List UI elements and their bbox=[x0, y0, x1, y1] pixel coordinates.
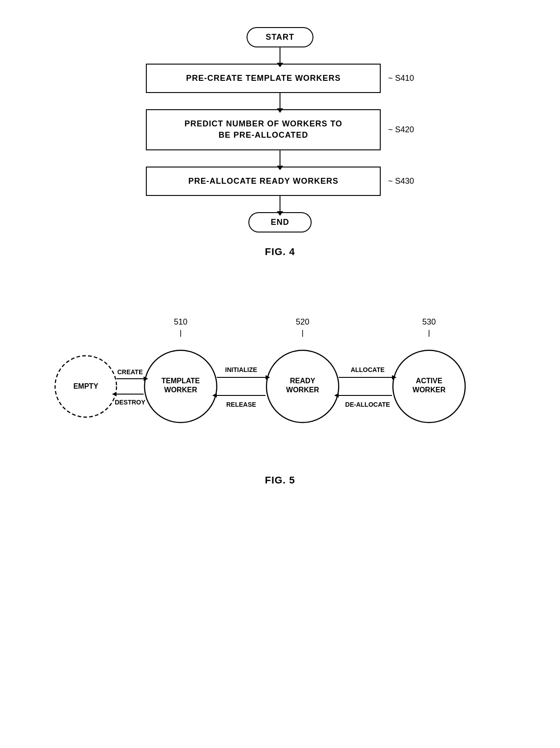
step-s430-wrapper: PRE-ALLOCATE READY WORKERS ~ S430 bbox=[146, 167, 414, 196]
arrow-3 bbox=[280, 150, 280, 167]
svg-text:510: 510 bbox=[174, 317, 187, 326]
arrows-svg: CREATE DESTROY INITIALIZE RELEASE bbox=[41, 303, 519, 456]
arrow-4 bbox=[280, 196, 280, 212]
step-s410-wrapper: PRE-CREATE TEMPLATE WORKERS ~ S410 bbox=[146, 64, 414, 93]
fig4-caption: FIG. 4 bbox=[265, 246, 295, 258]
svg-text:TEMPLATE: TEMPLATE bbox=[161, 377, 200, 385]
step-s410-label: ~ S410 bbox=[388, 74, 414, 83]
svg-text:READY: READY bbox=[290, 377, 315, 385]
step-s430: PRE-ALLOCATE READY WORKERS bbox=[146, 167, 381, 196]
step-s430-label: ~ S430 bbox=[388, 177, 414, 186]
step-s420: PREDICT NUMBER OF WORKERS TOBE PRE-ALLOC… bbox=[146, 109, 381, 150]
flowchart: START PRE-CREATE TEMPLATE WORKERS ~ S410… bbox=[146, 27, 414, 232]
svg-text:WORKER: WORKER bbox=[413, 386, 446, 394]
step-s420-wrapper: PREDICT NUMBER OF WORKERS TOBE PRE-ALLOC… bbox=[146, 109, 414, 150]
fig5-container: CREATE DESTROY INITIALIZE RELEASE bbox=[27, 294, 533, 486]
fig5-caption: FIG. 5 bbox=[265, 474, 295, 486]
page-container: START PRE-CREATE TEMPLATE WORKERS ~ S410… bbox=[0, 0, 560, 748]
step-s410: PRE-CREATE TEMPLATE WORKERS bbox=[146, 64, 381, 93]
state-diagram: CREATE DESTROY INITIALIZE RELEASE bbox=[41, 303, 519, 456]
arrow-1 bbox=[280, 47, 280, 64]
svg-text:DE-ALLOCATE: DE-ALLOCATE bbox=[345, 401, 390, 408]
svg-text:INITIALIZE: INITIALIZE bbox=[225, 366, 257, 373]
fig4-container: START PRE-CREATE TEMPLATE WORKERS ~ S410… bbox=[27, 27, 533, 258]
svg-text:WORKER: WORKER bbox=[164, 386, 197, 394]
svg-text:CREATE: CREATE bbox=[117, 368, 143, 376]
svg-text:ALLOCATE: ALLOCATE bbox=[350, 366, 384, 373]
step-s420-label: ~ S420 bbox=[388, 125, 414, 135]
svg-text:520: 520 bbox=[296, 317, 309, 326]
svg-text:DESTROY: DESTROY bbox=[115, 399, 145, 406]
svg-text:EMPTY: EMPTY bbox=[73, 382, 98, 390]
svg-text:ACTIVE: ACTIVE bbox=[416, 377, 443, 385]
svg-text:RELEASE: RELEASE bbox=[226, 401, 256, 408]
svg-text:530: 530 bbox=[422, 317, 436, 326]
svg-text:WORKER: WORKER bbox=[286, 386, 319, 394]
step-s420-text: PREDICT NUMBER OF WORKERS TOBE PRE-ALLOC… bbox=[184, 119, 342, 139]
arrow-2 bbox=[280, 93, 280, 109]
start-shape: START bbox=[247, 27, 313, 47]
